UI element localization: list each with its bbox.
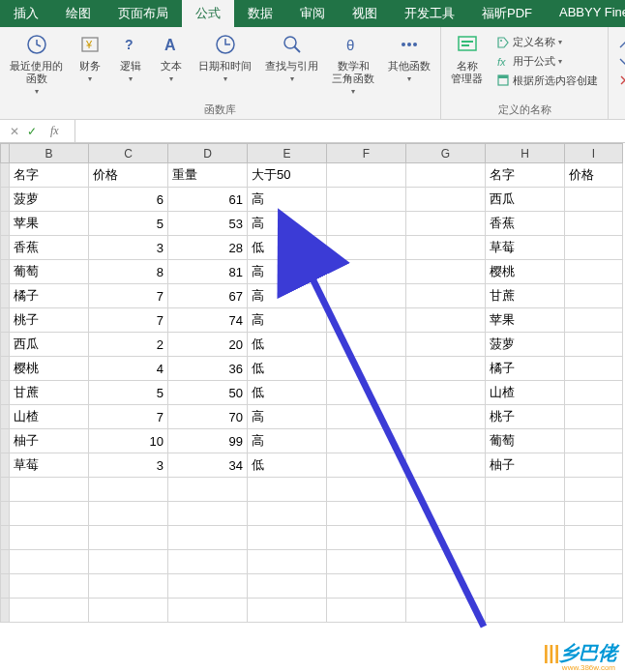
cell[interactable]: 36 <box>168 357 248 381</box>
cell[interactable] <box>248 599 327 623</box>
name-manager-button[interactable]: 名称 管理器 <box>447 29 487 87</box>
cell[interactable] <box>89 502 168 526</box>
cell[interactable]: 8 <box>89 260 168 284</box>
cell[interactable] <box>486 574 565 599</box>
tab-开发工具[interactable]: 开发工具 <box>391 0 468 27</box>
cell[interactable] <box>89 526 168 550</box>
cell[interactable] <box>406 429 486 453</box>
cell[interactable]: 4 <box>89 357 168 381</box>
cell[interactable] <box>406 212 486 236</box>
tab-福昕PDF[interactable]: 福昕PDF <box>468 0 546 27</box>
cell[interactable] <box>327 163 406 188</box>
cell[interactable] <box>248 478 327 502</box>
create-from-selection-button[interactable]: 根据所选内容创建 <box>496 72 598 91</box>
cell[interactable]: 高 <box>248 260 327 284</box>
cell[interactable] <box>486 526 565 550</box>
cell[interactable] <box>565 405 623 429</box>
confirm-icon[interactable]: ✓ <box>27 125 37 138</box>
column-header-I[interactable]: I <box>565 144 623 163</box>
cell[interactable] <box>327 357 406 381</box>
cell[interactable]: 5 <box>89 212 168 236</box>
cell[interactable] <box>565 308 623 333</box>
column-header-H[interactable]: H <box>486 144 565 163</box>
cell[interactable] <box>89 478 168 502</box>
cell[interactable]: 高 <box>248 405 327 429</box>
column-header-C[interactable]: C <box>89 144 168 163</box>
cell[interactable] <box>168 550 248 574</box>
cell[interactable] <box>10 526 89 550</box>
text-button[interactable]: A文本▾ <box>154 29 189 86</box>
cell[interactable] <box>248 502 327 526</box>
cell[interactable] <box>168 574 248 599</box>
cell[interactable]: 低 <box>248 357 327 381</box>
tab-插入[interactable]: 插入 <box>0 0 52 27</box>
cell[interactable]: 2 <box>89 333 168 357</box>
cell[interactable]: 山楂 <box>10 405 89 429</box>
tab-公式[interactable]: 公式 <box>182 0 234 27</box>
datetime-button[interactable]: 日期和时间▾ <box>194 29 255 86</box>
cell[interactable] <box>327 453 406 478</box>
cell[interactable]: 低 <box>248 453 327 478</box>
tab-数据[interactable]: 数据 <box>234 0 286 27</box>
define-name-button[interactable]: 定义名称 ▾ <box>496 33 598 52</box>
cell[interactable]: 甘蔗 <box>10 381 89 405</box>
cell[interactable] <box>327 308 406 333</box>
cell[interactable]: 葡萄 <box>10 260 89 284</box>
column-header-E[interactable]: E <box>248 144 327 163</box>
cell[interactable] <box>406 453 486 478</box>
cell[interactable] <box>565 260 623 284</box>
cell[interactable] <box>406 502 486 526</box>
cell[interactable]: 西瓜 <box>486 188 565 212</box>
cell[interactable]: 香蕉 <box>10 236 89 260</box>
cell[interactable] <box>10 550 89 574</box>
cell[interactable] <box>406 357 486 381</box>
recent-button[interactable]: 最近使用的 函数▾ <box>6 29 67 99</box>
cell[interactable] <box>406 260 486 284</box>
cell[interactable] <box>327 599 406 623</box>
column-header-D[interactable]: D <box>168 144 248 163</box>
finance-button[interactable]: ¥财务▾ <box>73 29 107 86</box>
tab-视图[interactable]: 视图 <box>339 0 391 27</box>
cell[interactable] <box>327 188 406 212</box>
cell[interactable] <box>248 526 327 550</box>
cell[interactable] <box>406 381 486 405</box>
cell[interactable] <box>565 550 623 574</box>
lookup-button[interactable]: 查找与引用▾ <box>261 29 322 86</box>
cell[interactable]: 7 <box>89 405 168 429</box>
cell[interactable] <box>565 429 623 453</box>
cell[interactable]: 6 <box>89 188 168 212</box>
cell[interactable] <box>565 453 623 478</box>
cell[interactable] <box>486 478 565 502</box>
cell[interactable] <box>327 260 406 284</box>
cell[interactable] <box>565 188 623 212</box>
cell[interactable] <box>10 599 89 623</box>
cell[interactable] <box>406 478 486 502</box>
cell[interactable]: 34 <box>168 453 248 478</box>
cell[interactable]: 西瓜 <box>10 333 89 357</box>
cell[interactable]: 大于50 <box>248 163 327 188</box>
cell[interactable] <box>10 502 89 526</box>
cell[interactable]: 61 <box>168 188 248 212</box>
tab-绘图[interactable]: 绘图 <box>52 0 104 27</box>
cell[interactable]: 桃子 <box>10 308 89 333</box>
cell[interactable]: 5 <box>89 381 168 405</box>
cell[interactable]: 樱桃 <box>10 357 89 381</box>
cell[interactable]: 橘子 <box>10 284 89 308</box>
remove-trace-button[interactable]: 移 <box>618 72 625 91</box>
cell[interactable] <box>565 526 623 550</box>
cell[interactable]: 70 <box>168 405 248 429</box>
tab-页面布局[interactable]: 页面布局 <box>104 0 182 27</box>
cell[interactable]: 7 <box>89 308 168 333</box>
cell[interactable] <box>565 357 623 381</box>
cell[interactable] <box>565 333 623 357</box>
cell[interactable]: 山楂 <box>486 381 565 405</box>
cell[interactable] <box>10 478 89 502</box>
cell[interactable]: 苹果 <box>10 212 89 236</box>
cell[interactable]: 7 <box>89 284 168 308</box>
cell[interactable]: 3 <box>89 236 168 260</box>
worksheet[interactable]: BCDEFGHI名字价格重量大于50名字价格菠萝661高西瓜苹果553高香蕉香蕉… <box>0 143 625 623</box>
logic-button[interactable]: ?逻辑▾ <box>113 29 148 86</box>
cell[interactable] <box>168 502 248 526</box>
cell[interactable]: 甘蔗 <box>486 284 565 308</box>
cell[interactable] <box>327 478 406 502</box>
